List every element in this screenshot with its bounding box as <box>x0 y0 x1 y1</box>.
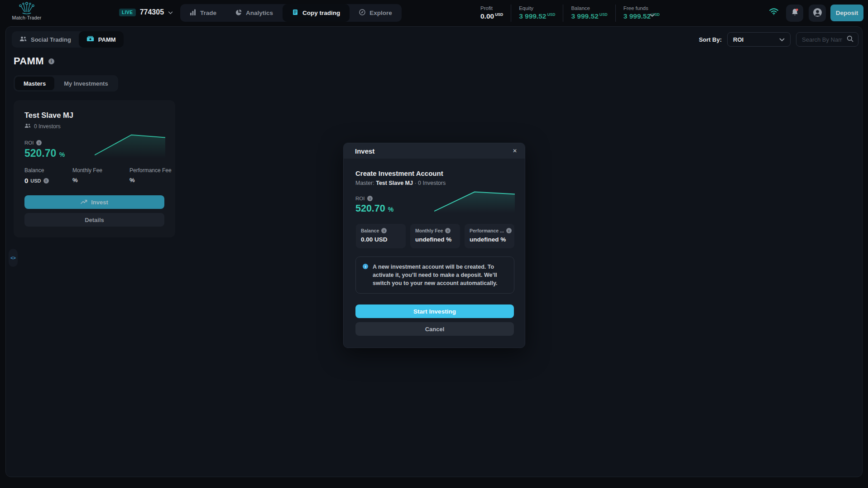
invest-modal: Invest ✕ Create Investment Account Maste… <box>343 143 525 348</box>
separator: · <box>414 180 416 186</box>
stat-value: undefined % <box>470 236 509 243</box>
modal-info-notice: i A new investment account will be creat… <box>355 256 514 294</box>
stat-box-performance-fee: Performance ... i undefined % <box>465 224 514 248</box>
info-icon[interactable]: i <box>381 228 387 233</box>
roi-label: ROI <box>355 196 364 201</box>
stat-box-balance: Balance i 0.00 USD <box>356 224 406 248</box>
close-icon[interactable]: ✕ <box>513 148 517 154</box>
master-summary: Master: Test Slave MJ · 0 Investors <box>355 180 446 186</box>
modal-title: Invest <box>355 147 374 155</box>
modal-heading: Create Investment Account <box>355 169 443 177</box>
info-icon[interactable]: i <box>367 196 373 201</box>
stat-box-monthly-fee: Monthly Fee i undefined % <box>410 224 460 248</box>
info-text: A new investment account will be created… <box>373 263 507 287</box>
master-label: Master: <box>355 180 374 186</box>
roi-value: 520.70 <box>355 203 385 214</box>
modal-header: Invest ✕ <box>344 143 525 159</box>
roi-sparkline-chart <box>434 190 515 213</box>
modal-roi-block: ROI i 520.70 % <box>355 196 393 214</box>
app-root: Match·Trader LIVE 774305 Trade Analytics <box>0 0 868 488</box>
info-icon[interactable]: i <box>506 228 512 233</box>
start-investing-button[interactable]: Start Investing <box>355 304 514 318</box>
stat-label: Monthly Fee <box>415 228 443 233</box>
stat-label: Balance <box>361 228 379 233</box>
master-name: Test Slave MJ <box>376 180 413 186</box>
stat-label: Performance ... <box>470 228 504 233</box>
stat-value: 0.00 USD <box>361 236 401 243</box>
info-icon: i <box>363 264 368 269</box>
stat-value: undefined % <box>415 236 455 243</box>
roi-unit: % <box>388 206 393 213</box>
master-investors: 0 Investors <box>418 180 446 186</box>
cancel-button[interactable]: Cancel <box>355 322 514 336</box>
info-icon[interactable]: i <box>445 228 451 233</box>
modal-stat-boxes: Balance i 0.00 USD Monthly Fee i undefin… <box>356 224 514 248</box>
